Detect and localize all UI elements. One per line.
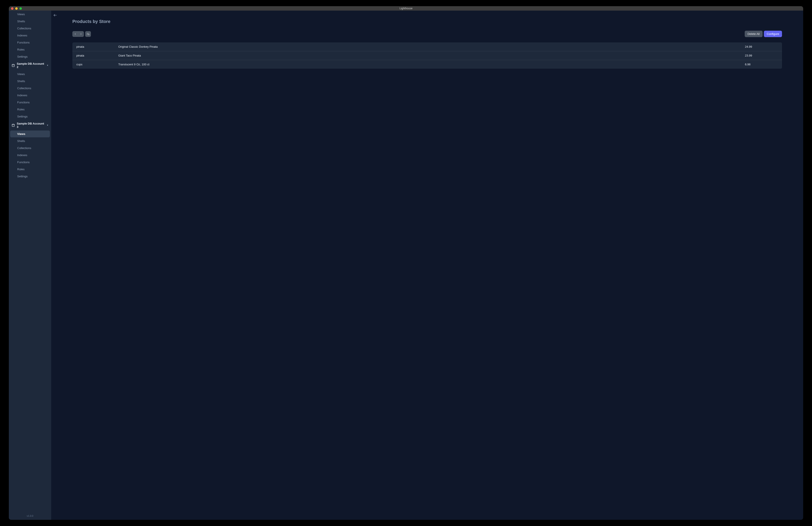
sidebar-item-label: Settings <box>17 115 28 118</box>
row-price: 6.98 <box>745 63 778 66</box>
sidebar-item-label: Indexes <box>17 34 27 37</box>
sidebar-item-label: Shells <box>17 20 25 23</box>
sidebar-item-roles[interactable]: Roles <box>10 46 50 53</box>
delete-all-button[interactable]: Delete All <box>745 31 763 37</box>
maximize-window-button[interactable] <box>19 7 22 10</box>
traffic-lights <box>9 7 22 10</box>
pager <box>72 31 84 37</box>
table-row[interactable]: cups Translucent 9 Oz, 100 ct 6.98 <box>72 60 782 69</box>
app-window: Lighthouse Views Shells Collections Inde… <box>9 6 803 520</box>
sidebar-item-roles[interactable]: Roles <box>10 106 50 113</box>
configure-button[interactable]: Configure <box>764 31 782 37</box>
sidebar-item-indexes[interactable]: Indexes <box>10 92 50 99</box>
sidebar-item-shells[interactable]: Shells <box>10 138 50 144</box>
chevron-down-icon: ▼ <box>46 64 48 67</box>
sidebar-item-label: Collections <box>17 27 31 30</box>
sidebar-account-3[interactable]: Sample DB Account 3 ▼ <box>10 120 50 130</box>
app-version: v1.0.0 <box>10 513 50 518</box>
sidebar-item-label: Views <box>17 132 25 136</box>
sidebar-item-label: Views <box>17 13 25 16</box>
chevron-down-icon: ▼ <box>46 124 48 126</box>
row-name: Original Classic Donkey Pinata <box>118 45 745 48</box>
sidebar-item-label: Functions <box>17 160 30 164</box>
content: Products by Store <box>51 11 803 75</box>
sidebar-item-views[interactable]: Views <box>10 11 50 18</box>
sidebar-item-label: Shells <box>17 80 25 83</box>
sidebar-account-label: Sample DB Account 2 <box>17 62 45 69</box>
sidebar-item-roles[interactable]: Roles <box>10 166 50 173</box>
row-name: Giant Taco Pinata <box>118 54 745 57</box>
database-icon <box>12 63 15 67</box>
database-icon <box>12 124 15 127</box>
row-category: pinata <box>76 54 118 57</box>
sidebar-item-collections[interactable]: Collections <box>10 145 50 152</box>
sort-button[interactable] <box>85 31 91 37</box>
minimize-window-button[interactable] <box>15 7 18 10</box>
sidebar-item-indexes[interactable]: Indexes <box>10 32 50 39</box>
main-pane: Products by Store <box>51 11 803 520</box>
sidebar-item-functions[interactable]: Functions <box>10 99 50 106</box>
table-row[interactable]: pinata Giant Taco Pinata 23.99 <box>72 51 782 60</box>
back-button[interactable] <box>53 13 57 17</box>
sidebar-item-settings[interactable]: Settings <box>10 113 50 120</box>
sidebar-item-label: Settings <box>17 175 28 178</box>
sidebar-item-indexes[interactable]: Indexes <box>10 152 50 158</box>
window-title: Lighthouse <box>9 7 803 10</box>
app-body: Views Shells Collections Indexes Functio… <box>9 11 803 520</box>
sidebar-item-functions[interactable]: Functions <box>10 39 50 46</box>
row-price: 23.99 <box>745 54 778 57</box>
sidebar-account-label: Sample DB Account 3 <box>17 122 45 129</box>
sidebar-item-label: Functions <box>17 101 30 104</box>
sidebar-item-label: Roles <box>17 108 25 111</box>
row-price: 24.99 <box>745 45 778 48</box>
sidebar-item-label: Collections <box>17 87 31 90</box>
sidebar: Views Shells Collections Indexes Functio… <box>9 11 51 520</box>
row-category: cups <box>76 63 118 66</box>
sidebar-item-label: Collections <box>17 146 31 150</box>
sidebar-account-2[interactable]: Sample DB Account 2 ▼ <box>10 60 50 70</box>
row-name: Translucent 9 Oz, 100 ct <box>118 63 745 66</box>
sidebar-item-views[interactable]: Views <box>10 130 50 137</box>
sidebar-item-collections[interactable]: Collections <box>10 25 50 32</box>
sidebar-item-label: Indexes <box>17 154 27 157</box>
sidebar-item-label: Roles <box>17 48 25 51</box>
sidebar-item-label: Functions <box>17 41 30 44</box>
sidebar-item-settings[interactable]: Settings <box>10 173 50 180</box>
sidebar-item-collections[interactable]: Collections <box>10 85 50 91</box>
sidebar-item-label: Indexes <box>17 94 27 97</box>
sidebar-item-label: Shells <box>17 139 25 143</box>
page-next-button[interactable] <box>78 31 84 37</box>
sidebar-item-functions[interactable]: Functions <box>10 159 50 166</box>
sidebar-item-label: Roles <box>17 168 25 171</box>
title-bar: Lighthouse <box>9 6 803 11</box>
sidebar-scroll[interactable]: Views Shells Collections Indexes Functio… <box>10 11 50 513</box>
table-row[interactable]: pinata Original Classic Donkey Pinata 24… <box>72 42 782 51</box>
toolbar: Delete All Configure <box>72 31 782 37</box>
sidebar-item-label: Settings <box>17 55 28 58</box>
sidebar-item-shells[interactable]: Shells <box>10 18 50 25</box>
page-title: Products by Store <box>72 19 782 24</box>
sidebar-item-label: Views <box>17 72 25 76</box>
sidebar-item-settings[interactable]: Settings <box>10 53 50 60</box>
page-prev-button[interactable] <box>72 31 78 37</box>
sidebar-item-views[interactable]: Views <box>10 71 50 77</box>
row-category: pinata <box>76 45 118 48</box>
close-window-button[interactable] <box>11 7 13 10</box>
results-table: pinata Original Classic Donkey Pinata 24… <box>72 42 782 69</box>
sidebar-item-shells[interactable]: Shells <box>10 78 50 85</box>
